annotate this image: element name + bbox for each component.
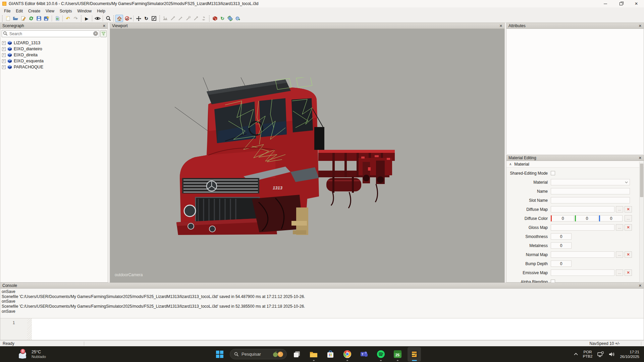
scale-tool-button[interactable] xyxy=(150,15,158,22)
frame-home-button[interactable] xyxy=(115,15,123,22)
task-view-button[interactable] xyxy=(290,347,304,362)
expand-icon[interactable]: + xyxy=(2,59,6,63)
toolbar-grip[interactable] xyxy=(113,15,115,21)
toolbar-grip[interactable] xyxy=(80,15,82,21)
diffuse-map-input[interactable] xyxy=(551,206,614,213)
redo-button[interactable]: ↷ xyxy=(72,15,79,22)
chrome-button[interactable] xyxy=(340,347,354,362)
diffuse-map-browse-button[interactable]: … xyxy=(616,206,623,213)
network-icon[interactable] xyxy=(597,351,604,357)
material-scrollbar[interactable] xyxy=(639,162,643,283)
material-combobox[interactable] xyxy=(551,179,630,185)
tree-item-parachoque[interactable]: + PARACHOQUE xyxy=(2,64,108,70)
close-button[interactable]: ✕ xyxy=(629,0,644,7)
metalness-input[interactable]: 0 xyxy=(551,242,572,249)
fs25-button[interactable]: 25 xyxy=(391,347,404,362)
terrain-sculpt-button[interactable] xyxy=(161,15,169,22)
toolbar-grip[interactable] xyxy=(159,15,161,21)
toolbar-grip[interactable] xyxy=(1,15,3,21)
hide-helpers-button[interactable] xyxy=(123,15,131,22)
shared-editing-mode-checkbox[interactable] xyxy=(551,171,555,175)
reload-button[interactable] xyxy=(27,15,35,22)
play-button[interactable]: ▶ xyxy=(83,15,91,22)
tree-item-eixo-esquerda[interactable]: + EIXO_esquerda xyxy=(2,58,108,64)
undo-button[interactable]: ↶ xyxy=(64,15,72,22)
menu-create[interactable]: Create xyxy=(25,8,43,14)
language-indicator[interactable]: POR PTB2 xyxy=(583,350,593,359)
terrain-info-button[interactable] xyxy=(200,15,208,22)
normal-map-clear-button[interactable]: ✕ xyxy=(625,251,632,258)
diffuse-color-picker-button[interactable]: … xyxy=(625,215,632,222)
terrain-flatten-button[interactable] xyxy=(192,15,200,22)
filter-button[interactable] xyxy=(100,30,107,37)
menu-edit[interactable]: Edit xyxy=(13,8,25,14)
console-close-icon[interactable]: ✕ xyxy=(639,284,642,288)
diffuse-color-r-input[interactable]: 0 xyxy=(551,215,574,222)
tray-chevron-icon[interactable] xyxy=(574,353,578,356)
speaker-icon[interactable] xyxy=(608,352,615,357)
attributes-close-icon[interactable]: ✕ xyxy=(639,24,642,28)
diffuse-map-clear-button[interactable]: ✕ xyxy=(625,206,632,213)
export-button[interactable] xyxy=(43,15,50,22)
expand-icon[interactable]: + xyxy=(2,41,6,45)
scenegraph-search-input[interactable] xyxy=(2,30,99,37)
translate-tool-button[interactable] xyxy=(135,15,143,22)
expand-icon[interactable]: + xyxy=(2,53,6,57)
visibility-button[interactable] xyxy=(94,15,101,22)
language-cube-button[interactable]: A B xyxy=(211,15,219,22)
editor-gutter-divider[interactable] xyxy=(27,318,32,340)
smoothness-input[interactable]: 0 xyxy=(551,233,572,240)
reload-scripts-button[interactable]: ↻ xyxy=(219,15,226,22)
collapse-icon[interactable]: ∧ xyxy=(509,162,512,166)
file-explorer-button[interactable] xyxy=(307,347,320,362)
clock-widget[interactable]: 17:21 26/10/2025 xyxy=(620,350,639,359)
open-file-button[interactable] xyxy=(12,15,19,22)
viewport-header[interactable]: Viewport ✕ xyxy=(110,23,504,29)
emissive-map-browse-button[interactable]: … xyxy=(616,269,623,276)
menu-file[interactable]: File xyxy=(1,8,13,14)
gloss-map-input[interactable] xyxy=(551,224,614,231)
publish-button[interactable] xyxy=(234,15,242,22)
zoom-tool-button[interactable] xyxy=(104,15,112,22)
viewport-canvas[interactable]: 1313 xyxy=(110,29,504,283)
name-input[interactable] xyxy=(551,188,630,194)
material-section-header[interactable]: ∧ Material xyxy=(506,161,644,168)
viewport-close-icon[interactable]: ✕ xyxy=(499,24,502,28)
attributes-header[interactable]: Attributes ✕ xyxy=(506,23,644,29)
emissive-map-input[interactable] xyxy=(551,269,614,276)
gloss-map-clear-button[interactable]: ✕ xyxy=(625,224,632,231)
search-clear-icon[interactable]: ✕ xyxy=(93,31,98,36)
sync-world-button[interactable] xyxy=(226,15,234,22)
menu-help[interactable]: Help xyxy=(94,8,108,14)
rotate-tool-button[interactable]: ↻ xyxy=(143,15,150,22)
dropdown-caret-icon[interactable]: ▾ xyxy=(130,17,132,20)
material-editing-header[interactable]: Material Editing ✕ xyxy=(506,155,644,161)
diffuse-color-g-input[interactable]: 0 xyxy=(575,215,598,222)
foliage-paint-button[interactable] xyxy=(177,15,184,22)
new-file-button[interactable] xyxy=(4,15,12,22)
bump-depth-input[interactable]: 0 xyxy=(551,260,572,267)
emissive-map-clear-button[interactable]: ✕ xyxy=(625,269,632,276)
minimize-button[interactable] xyxy=(598,0,613,7)
expand-icon[interactable]: + xyxy=(2,47,6,51)
material-scrollbar-thumb[interactable] xyxy=(640,164,643,197)
scenegraph-close-icon[interactable]: ✕ xyxy=(103,24,106,28)
tree-item-lizard-1313[interactable]: + LIZARD_1313 xyxy=(2,40,108,46)
teams-button[interactable]: T xyxy=(357,347,371,362)
menu-window[interactable]: Window xyxy=(75,8,95,14)
material-editing-close-icon[interactable]: ✕ xyxy=(639,156,642,160)
gloss-map-browse-button[interactable]: … xyxy=(616,224,623,231)
restore-button[interactable] xyxy=(613,0,629,7)
slot-name-input[interactable] xyxy=(551,197,630,203)
tree-item-eixo-direita[interactable]: + EIXO_direita xyxy=(2,52,108,58)
scenegraph-header[interactable]: Scenegraph ✕ xyxy=(0,23,108,29)
menu-view[interactable]: View xyxy=(43,8,57,14)
import-button[interactable] xyxy=(53,15,61,22)
toolbar-grip[interactable] xyxy=(208,15,210,21)
terrain-smooth-button[interactable] xyxy=(184,15,192,22)
terrain-paint-button[interactable] xyxy=(169,15,177,22)
microsoft-store-button[interactable] xyxy=(324,347,337,362)
menu-scripts[interactable]: Scripts xyxy=(57,8,75,14)
save-button[interactable] xyxy=(35,15,43,22)
weather-widget[interactable]: 8 25°C Nublado xyxy=(0,349,80,359)
